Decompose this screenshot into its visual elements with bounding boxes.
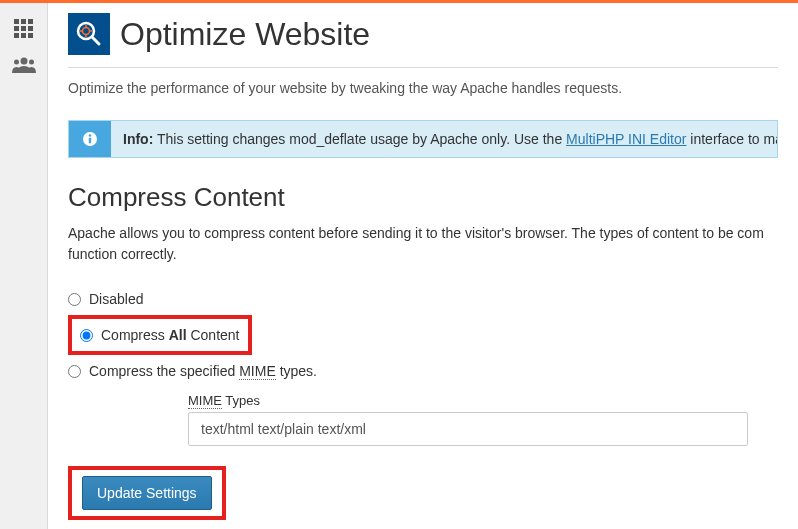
info-text-1: This setting changes mod_deflate usage b… xyxy=(153,131,566,147)
highlight-update-button: Update Settings xyxy=(68,466,226,520)
svg-point-11 xyxy=(29,60,34,65)
info-label: Info: xyxy=(123,131,153,147)
mime-types-label: MIME Types xyxy=(188,393,778,408)
info-icon-column xyxy=(69,121,111,157)
page-title: Optimize Website xyxy=(120,16,370,53)
info-alert: Info: This setting changes mod_deflate u… xyxy=(68,120,778,158)
svg-point-14 xyxy=(83,28,90,35)
multiphp-link[interactable]: MultiPHP INI Editor xyxy=(566,131,686,147)
svg-rect-21 xyxy=(89,138,91,144)
svg-rect-8 xyxy=(28,33,33,38)
svg-rect-4 xyxy=(21,26,26,31)
radio-all-row[interactable]: Compress All Content xyxy=(80,323,240,347)
radio-disabled[interactable] xyxy=(68,293,81,306)
main-content: Optimize Website Optimize the performanc… xyxy=(48,3,798,529)
sidebar xyxy=(0,3,48,529)
radio-disabled-row[interactable]: Disabled xyxy=(68,283,778,315)
svg-rect-7 xyxy=(21,33,26,38)
radio-disabled-label: Disabled xyxy=(89,291,143,307)
svg-point-9 xyxy=(21,58,28,65)
info-text-2: interface to ma xyxy=(686,131,777,147)
highlight-compress-all: Compress All Content xyxy=(68,315,252,355)
svg-rect-2 xyxy=(28,19,33,24)
intro-text: Optimize the performance of your website… xyxy=(68,80,778,96)
compress-desc: Apache allows you to compress content be… xyxy=(68,223,778,265)
radio-specified-label: Compress the specified MIME types. xyxy=(89,363,317,379)
radio-all[interactable] xyxy=(80,329,93,342)
people-icon xyxy=(12,57,36,73)
radio-all-label: Compress All Content xyxy=(101,327,240,343)
optimize-logo xyxy=(68,13,110,55)
svg-rect-0 xyxy=(14,19,19,24)
svg-rect-6 xyxy=(14,33,19,38)
svg-rect-1 xyxy=(21,19,26,24)
compress-title: Compress Content xyxy=(68,182,778,213)
update-settings-button[interactable]: Update Settings xyxy=(82,476,212,510)
svg-rect-3 xyxy=(14,26,19,31)
mime-types-input[interactable] xyxy=(188,412,748,446)
svg-rect-5 xyxy=(28,26,33,31)
svg-line-13 xyxy=(92,37,99,44)
svg-point-10 xyxy=(14,60,19,65)
apps-grid-icon[interactable] xyxy=(0,11,48,47)
users-icon[interactable] xyxy=(0,47,48,83)
svg-point-20 xyxy=(89,134,92,137)
radio-specified-row[interactable]: Compress the specified MIME types. xyxy=(68,355,778,387)
magnify-gear-icon xyxy=(74,19,104,49)
grid-icon xyxy=(14,19,34,39)
radio-specified[interactable] xyxy=(68,365,81,378)
info-text: Info: This setting changes mod_deflate u… xyxy=(111,121,777,157)
page-header: Optimize Website xyxy=(68,13,778,68)
info-icon xyxy=(82,131,98,147)
